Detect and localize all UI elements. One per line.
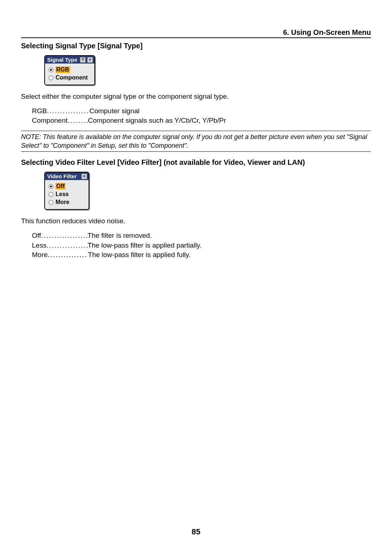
radio-icon	[49, 68, 53, 72]
dialog-body: Off Less More	[45, 180, 89, 209]
radio-option-off[interactable]: Off	[49, 182, 85, 190]
radio-icon	[49, 192, 53, 197]
section-heading-video-filter: Selecting Video Filter Level [Video Filt…	[21, 158, 371, 167]
definition-term: Less	[32, 241, 46, 250]
close-icon[interactable]: ×	[81, 174, 87, 179]
radio-label: More	[56, 199, 69, 205]
section-heading-signal-type: Selecting Signal Type [Signal Type]	[21, 42, 371, 50]
definition-row: Less The low-pass filter is applied part…	[32, 241, 371, 250]
radio-icon	[49, 200, 53, 205]
definition-desc: The filter is removed.	[87, 231, 152, 241]
radio-label: Off	[56, 183, 65, 190]
radio-label: Component	[56, 74, 88, 81]
dialog-title: Signal Type	[47, 57, 78, 63]
definition-term: More	[32, 250, 48, 260]
definition-row: Off The filter is removed.	[32, 231, 371, 241]
radio-option-more[interactable]: More	[49, 198, 85, 206]
section-intro: This function reduces video noise.	[21, 216, 371, 226]
dialog-body: RGB Component	[45, 64, 94, 85]
dot-leader	[47, 106, 89, 116]
dialog-titlebar: Signal Type ? ×	[45, 56, 94, 64]
definition-row: More The low-pass filter is applied full…	[32, 250, 371, 260]
definition-row: RGB Computer signal	[32, 106, 371, 116]
close-icon[interactable]: ×	[87, 57, 93, 63]
dialog-titlebar: Video Filter ×	[45, 172, 89, 180]
definition-desc: Component signals such as Y/Cb/Cr, Y/Pb/…	[88, 116, 226, 126]
page-number: 85	[0, 527, 392, 537]
dot-leader	[48, 250, 88, 260]
section-intro: Select either the computer signal type o…	[21, 92, 371, 101]
definition-term: Off	[32, 231, 41, 241]
radio-icon	[49, 184, 53, 189]
definition-term: Component	[32, 116, 68, 126]
definition-list-signal-type: RGB Computer signal Component Component …	[32, 106, 371, 126]
radio-icon	[49, 76, 53, 80]
definition-row: Component Component signals such as Y/Cb…	[32, 116, 371, 126]
definition-desc: The low-pass filter is applied fully.	[88, 250, 191, 260]
definition-list-video-filter: Off The filter is removed. Less The low-…	[32, 231, 371, 260]
radio-label: RGB	[56, 66, 70, 73]
dot-leader	[46, 241, 87, 250]
note-block: NOTE: This feature is available on the c…	[21, 131, 371, 152]
radio-option-less[interactable]: Less	[49, 190, 85, 198]
help-icon[interactable]: ?	[80, 57, 86, 63]
radio-label: Less	[56, 191, 69, 197]
dialog-title: Video Filter	[47, 173, 80, 179]
definition-desc: Computer signal	[89, 106, 139, 116]
dialog-video-filter: Video Filter × Off Less More	[44, 172, 89, 210]
radio-option-rgb[interactable]: RGB	[49, 66, 91, 74]
dialog-signal-type: Signal Type ? × RGB Component	[44, 55, 95, 85]
definition-desc: The low-pass filter is applied partially…	[87, 241, 201, 250]
dot-leader	[68, 116, 88, 126]
dot-leader	[41, 231, 87, 241]
definition-term: RGB	[32, 106, 47, 116]
radio-option-component[interactable]: Component	[49, 74, 91, 82]
chapter-header: 6. Using On-Screen Menu	[21, 28, 371, 38]
